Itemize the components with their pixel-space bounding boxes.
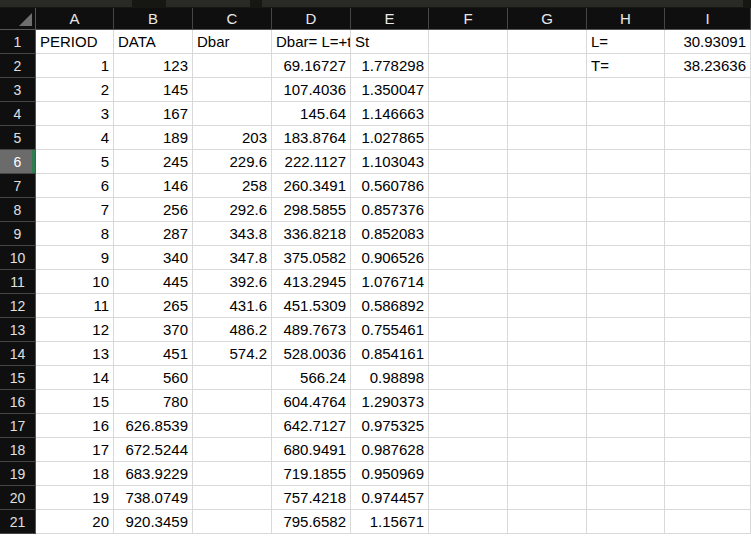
cell-I4[interactable] [665,102,751,126]
cell-E12[interactable]: 0.586892 [351,294,429,318]
column-header-F[interactable]: F [429,8,508,30]
cell-H8[interactable] [587,198,665,222]
cell-I19[interactable] [665,462,751,486]
cell-A14[interactable]: 13 [36,342,114,366]
cell-B5[interactable]: 189 [114,126,193,150]
cell-I13[interactable] [665,318,751,342]
cell-A1[interactable]: PERIOD [36,30,114,54]
cell-C17[interactable] [193,414,272,438]
cell-G11[interactable] [508,270,587,294]
cell-H16[interactable] [587,390,665,414]
cell-D1[interactable]: Dbar= L=+t [272,30,351,54]
cell-I16[interactable] [665,390,751,414]
cell-F6[interactable] [429,150,508,174]
column-header-B[interactable]: B [114,8,193,30]
cell-C9[interactable]: 343.8 [193,222,272,246]
cell-H12[interactable] [587,294,665,318]
row-header-19[interactable]: 19 [0,462,36,486]
cell-I14[interactable] [665,342,751,366]
cell-H21[interactable] [587,510,665,534]
cell-E14[interactable]: 0.854161 [351,342,429,366]
cell-H17[interactable] [587,414,665,438]
cell-A8[interactable]: 7 [36,198,114,222]
column-header-G[interactable]: G [508,8,587,30]
cell-B6[interactable]: 245 [114,150,193,174]
cell-C15[interactable] [193,366,272,390]
cell-C19[interactable] [193,462,272,486]
cell-F16[interactable] [429,390,508,414]
cell-C18[interactable] [193,438,272,462]
cell-G15[interactable] [508,366,587,390]
cell-B17[interactable]: 626.8539 [114,414,193,438]
cell-A6[interactable]: 5 [36,150,114,174]
row-header-11[interactable]: 11 [0,270,36,294]
cell-I9[interactable] [665,222,751,246]
column-header-E[interactable]: E [351,8,429,30]
cell-G16[interactable] [508,390,587,414]
row-header-4[interactable]: 4 [0,102,36,126]
cell-G3[interactable] [508,78,587,102]
cell-C14[interactable]: 574.2 [193,342,272,366]
cell-D14[interactable]: 528.0036 [272,342,351,366]
cell-F1[interactable] [429,30,508,54]
row-header-9[interactable]: 9 [0,222,36,246]
cell-C2[interactable] [193,54,272,78]
cell-B10[interactable]: 340 [114,246,193,270]
select-all-button[interactable] [0,8,36,30]
cell-F13[interactable] [429,318,508,342]
cell-A16[interactable]: 15 [36,390,114,414]
row-header-15[interactable]: 15 [0,366,36,390]
cell-D16[interactable]: 604.4764 [272,390,351,414]
cell-C13[interactable]: 486.2 [193,318,272,342]
cell-H20[interactable] [587,486,665,510]
cell-A11[interactable]: 10 [36,270,114,294]
cell-E10[interactable]: 0.906526 [351,246,429,270]
cell-D7[interactable]: 260.3491 [272,174,351,198]
cell-A15[interactable]: 14 [36,366,114,390]
cell-H14[interactable] [587,342,665,366]
cell-I17[interactable] [665,414,751,438]
cell-A7[interactable]: 6 [36,174,114,198]
cell-H11[interactable] [587,270,665,294]
cell-E6[interactable]: 1.103043 [351,150,429,174]
cell-F21[interactable] [429,510,508,534]
cell-E1[interactable]: St [351,30,429,54]
cell-G7[interactable] [508,174,587,198]
cell-D18[interactable]: 680.9491 [272,438,351,462]
cell-A19[interactable]: 18 [36,462,114,486]
cell-C8[interactable]: 292.6 [193,198,272,222]
cell-A5[interactable]: 4 [36,126,114,150]
cell-A18[interactable]: 17 [36,438,114,462]
cell-B13[interactable]: 370 [114,318,193,342]
cell-I1[interactable]: 30.93091 [665,30,751,54]
cell-F15[interactable] [429,366,508,390]
cell-F19[interactable] [429,462,508,486]
cell-D17[interactable]: 642.7127 [272,414,351,438]
cell-D20[interactable]: 757.4218 [272,486,351,510]
cell-B12[interactable]: 265 [114,294,193,318]
cell-E21[interactable]: 1.15671 [351,510,429,534]
cell-F8[interactable] [429,198,508,222]
row-header-21[interactable]: 21 [0,510,36,534]
cell-H10[interactable] [587,246,665,270]
cell-D4[interactable]: 145.64 [272,102,351,126]
cell-G19[interactable] [508,462,587,486]
cell-D8[interactable]: 298.5855 [272,198,351,222]
column-header-I[interactable]: I [665,8,751,30]
cell-D12[interactable]: 451.5309 [272,294,351,318]
row-header-12[interactable]: 12 [0,294,36,318]
cell-C20[interactable] [193,486,272,510]
row-header-10[interactable]: 10 [0,246,36,270]
cell-D3[interactable]: 107.4036 [272,78,351,102]
cell-I7[interactable] [665,174,751,198]
cell-B9[interactable]: 287 [114,222,193,246]
cell-F11[interactable] [429,270,508,294]
cell-H13[interactable] [587,318,665,342]
cell-D15[interactable]: 566.24 [272,366,351,390]
cell-D9[interactable]: 336.8218 [272,222,351,246]
cell-D6[interactable]: 222.1127 [272,150,351,174]
cell-A4[interactable]: 3 [36,102,114,126]
row-header-5[interactable]: 5 [0,126,36,150]
cell-G13[interactable] [508,318,587,342]
cell-F18[interactable] [429,438,508,462]
